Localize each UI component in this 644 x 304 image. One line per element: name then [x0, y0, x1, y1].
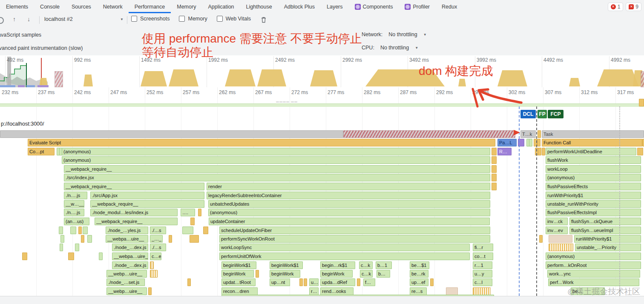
- load-profile-icon[interactable]: ↑: [13, 16, 16, 23]
- flame-frame[interactable]: [22, 252, 27, 260]
- flame-frame[interactable]: ./node_…set.js: [106, 278, 145, 286]
- flame-frame[interactable]: R…: [497, 148, 512, 155]
- flame-frame[interactable]: unstable_…Priority: [575, 244, 641, 251]
- checkbox-box[interactable]: [217, 16, 223, 22]
- flame-frame[interactable]: __webp…uire__: [106, 287, 147, 295]
- flame-frame[interactable]: performUnitOfWork: [219, 252, 470, 260]
- flame-frame[interactable]: [357, 278, 360, 286]
- flame-frame[interactable]: (an…us): [64, 218, 89, 225]
- flame-frame[interactable]: [492, 183, 497, 190]
- flame-frame[interactable]: __webpack_require__: [64, 183, 204, 190]
- flame-frame[interactable]: (anonymous): [546, 174, 641, 181]
- checkbox-memory[interactable]: Memory: [179, 16, 207, 22]
- flame-frame[interactable]: c…e: [150, 252, 161, 260]
- flame-frame[interactable]: beginWork$1: [270, 261, 303, 269]
- flame-frame[interactable]: [148, 287, 152, 295]
- flame-frame[interactable]: Pa…L: [497, 139, 517, 146]
- flame-frame[interactable]: Task: [542, 130, 644, 138]
- flame-frame[interactable]: beginWork: [320, 270, 353, 278]
- flame-frame[interactable]: [538, 148, 541, 155]
- flame-frame[interactable]: [150, 261, 154, 269]
- flame-frame[interactable]: [492, 156, 497, 164]
- flame-frame[interactable]: [430, 278, 434, 286]
- flame-frame[interactable]: Evaluate Script: [28, 139, 495, 146]
- flame-frame[interactable]: ./node_modul…les/index.js: [90, 209, 178, 216]
- flame-frame[interactable]: performSyncWorkOnRoot: [219, 235, 490, 243]
- flame-frame[interactable]: [75, 244, 79, 251]
- flame-frame[interactable]: Co…pt: [28, 148, 55, 155]
- flame-frame[interactable]: runWithPriority$1: [546, 192, 641, 199]
- flame-frame[interactable]: flushWork: [546, 156, 641, 164]
- tab-adblock-plus[interactable]: Adblock Plus: [278, 0, 321, 13]
- main-flame-chart[interactable]: ―――― ―― p://localhost:3000/ T…kTaskEvalu…: [0, 98, 644, 296]
- flame-frame[interactable]: beginWork: [270, 270, 300, 278]
- flame-frame[interactable]: ./n….js: [64, 209, 84, 216]
- flame-frame[interactable]: __webp…uire__: [106, 270, 147, 278]
- flame-frame[interactable]: [0, 130, 343, 138]
- flame-frame[interactable]: up…nt: [270, 278, 290, 286]
- flame-frame[interactable]: [60, 235, 64, 243]
- flame-frame[interactable]: be…rk: [410, 270, 428, 278]
- flame-frame[interactable]: [59, 227, 63, 234]
- flame-frame[interactable]: unbatchedUpdates: [208, 200, 490, 208]
- timeline-overview[interactable]: 492 ms992 ms1492 ms1992 ms2492 ms2992 ms…: [0, 55, 644, 88]
- flame-frame[interactable]: inv…ev: [546, 227, 568, 234]
- flame-frame[interactable]: [538, 130, 541, 138]
- flame-frame[interactable]: ./node_…dex.js: [112, 244, 148, 251]
- checkbox-screenshots[interactable]: Screenshots: [131, 16, 170, 22]
- flame-frame[interactable]: [203, 227, 208, 234]
- flame-frame[interactable]: c…k: [359, 261, 373, 269]
- flame-frame[interactable]: (anonymous): [546, 252, 641, 260]
- tab-elements[interactable]: Elements: [0, 0, 34, 13]
- flame-frame[interactable]: flushSyn…ckQueue: [569, 218, 641, 225]
- flame-frame[interactable]: __webpa…uire__: [112, 252, 148, 260]
- flame-frame[interactable]: ./src/App.jsx: [90, 192, 204, 199]
- flame-frame[interactable]: flushSyn…ueueImpl: [569, 227, 641, 234]
- flame-frame[interactable]: [99, 252, 103, 260]
- flame-frame[interactable]: u…y: [473, 270, 492, 278]
- flame-frame[interactable]: [68, 252, 74, 260]
- flame-frame[interactable]: _…_: [150, 235, 163, 243]
- flame-frame[interactable]: updat…tRoot: [221, 278, 256, 286]
- flame-frame[interactable]: unstable_runWithPriority: [546, 200, 641, 208]
- fcp-marker-badge[interactable]: FCP: [548, 110, 564, 118]
- flame-frame[interactable]: flushPassiveEffects: [546, 183, 641, 190]
- flame-frame[interactable]: ….: [181, 209, 195, 216]
- flame-frame[interactable]: r…: [309, 287, 319, 295]
- flame-frame[interactable]: [446, 287, 458, 295]
- tab-sources[interactable]: Sources: [66, 0, 97, 13]
- flame-frame[interactable]: [70, 227, 76, 234]
- record-button[interactable]: [0, 17, 4, 24]
- flame-frame[interactable]: Function Call: [542, 139, 642, 146]
- flame-frame[interactable]: [304, 278, 307, 286]
- checkbox-web-vitals[interactable]: Web Vitals: [217, 16, 251, 22]
- flame-frame[interactable]: inv…ck: [546, 218, 568, 225]
- flame-frame[interactable]: [642, 139, 644, 146]
- flame-frame[interactable]: [639, 99, 644, 106]
- flame-frame[interactable]: __webpack_require__: [95, 218, 178, 225]
- flame-frame[interactable]: [637, 148, 643, 155]
- flame-frame[interactable]: (anonymous): [62, 148, 490, 155]
- flame-frame[interactable]: (anonymous): [208, 209, 490, 216]
- flame-frame[interactable]: [473, 287, 491, 295]
- flame-frame[interactable]: [81, 235, 84, 243]
- flame-frame[interactable]: [343, 130, 515, 138]
- flame-frame[interactable]: [256, 270, 259, 278]
- flame-frame[interactable]: work…ync: [547, 270, 640, 278]
- flame-frame[interactable]: legacyRenderSubtreeIntoContainer: [207, 192, 490, 199]
- flame-frame[interactable]: [78, 227, 82, 234]
- flame-frame[interactable]: fi…r: [473, 244, 493, 251]
- tab-memory[interactable]: Memory: [171, 0, 202, 13]
- clear-icon[interactable]: [261, 17, 266, 24]
- flame-frame[interactable]: ./node_…yles.js: [106, 227, 148, 234]
- flame-frame[interactable]: __webpa…uire__: [106, 235, 148, 243]
- flame-ruler[interactable]: 232 ms237 ms242 ms247 ms252 ms257 ms262 …: [0, 87, 644, 98]
- flame-frame[interactable]: __webpack_require__: [90, 200, 204, 208]
- tab-performance[interactable]: Performance: [129, 0, 171, 13]
- flame-frame[interactable]: [190, 235, 199, 243]
- flame-frame[interactable]: c…k: [360, 270, 373, 278]
- flame-frame[interactable]: perf…Work: [548, 278, 639, 286]
- flame-frame[interactable]: f…: [363, 278, 375, 286]
- flame-frame[interactable]: [83, 227, 88, 234]
- flame-frame[interactable]: [529, 139, 532, 146]
